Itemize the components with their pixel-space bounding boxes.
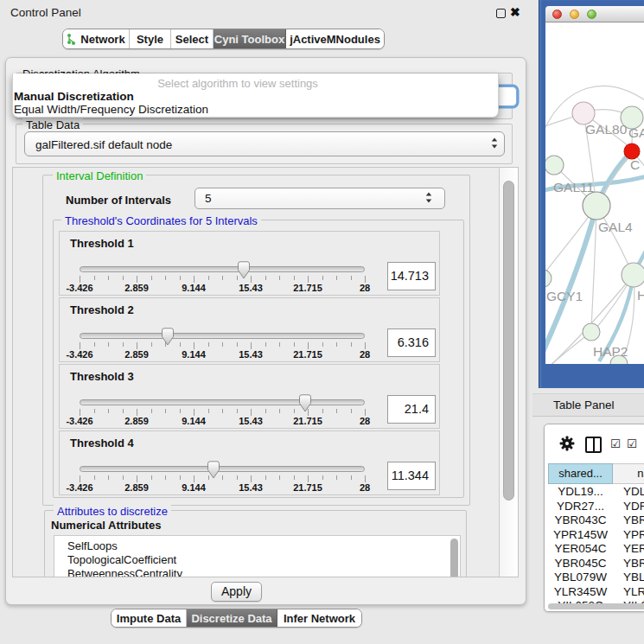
cell-name[interactable]: YDL19... [623, 485, 644, 498]
threshold-label: Threshold 4 [70, 437, 134, 450]
algorithm-option[interactable]: Manual Discretization [14, 90, 134, 103]
slider-tick [194, 475, 194, 482]
cell-name[interactable]: YLR345W [623, 585, 644, 598]
slider-tick [308, 276, 309, 283]
slider-thumb[interactable] [161, 327, 175, 347]
table-data-combobox[interactable]: galFiltered.sif default node [24, 131, 505, 156]
scrollbar-track[interactable] [499, 168, 519, 577]
control-panel-title: Control Panel [10, 6, 81, 19]
threshold-value-field[interactable]: 11.344 [387, 462, 436, 490]
gear-icon[interactable] [559, 436, 575, 451]
slider-tick [336, 342, 337, 347]
tab-style[interactable]: Style [130, 29, 171, 48]
algorithm-option[interactable]: Equal Width/Frequency Discretization [14, 103, 208, 116]
network-node[interactable] [583, 192, 610, 220]
network-node[interactable] [622, 263, 644, 287]
node-label: C [630, 157, 640, 172]
cell-shared-name[interactable]: YDR27... [548, 500, 613, 513]
slider-thumb[interactable] [207, 460, 220, 480]
threshold-slider[interactable] [80, 333, 365, 339]
slider-tick [294, 342, 295, 347]
network-canvas[interactable]: GAL80GACGAL11GAL4GCY1HHAP2 [545, 22, 644, 364]
cell-shared-name[interactable]: YBR043C [548, 513, 613, 526]
threshold-value-field[interactable]: 6.316 [387, 328, 436, 357]
slider-tick [294, 276, 295, 280]
table-row[interactable]: YBL079WYBL079W [548, 571, 644, 585]
network-node[interactable] [545, 270, 552, 287]
node-label: GCY1 [546, 289, 583, 303]
numerical-attributes-list[interactable]: SelfLoopsTopologicalCoefficientBetweenne… [54, 535, 461, 577]
cell-name[interactable]: YBR045C [623, 557, 644, 570]
slider-tick [265, 342, 266, 347]
apply-button[interactable]: Apply [211, 582, 262, 602]
cell-shared-name[interactable]: YBR045C [548, 557, 613, 570]
slider-scale-label: 9.144 [182, 416, 206, 426]
minimize-window-button[interactable] [570, 10, 579, 19]
slider-scale-label: 15.43 [239, 482, 263, 493]
threshold-value-field[interactable]: 21.4 [387, 395, 436, 424]
cell-name[interactable]: YPR145W [623, 528, 644, 541]
tab-select[interactable]: Select [171, 29, 214, 48]
table-row[interactable]: YDR27...YDR27... [548, 500, 644, 514]
slider-scale-label: 9.144 [182, 349, 206, 360]
column-header-shared-name[interactable]: shared... [548, 463, 613, 484]
slider-tick [137, 409, 137, 416]
float-panel-icon[interactable] [496, 9, 506, 18]
slider-tick [151, 475, 152, 480]
scrollbar-thumb[interactable] [503, 181, 514, 501]
cell-name[interactable]: YER054C [623, 542, 644, 555]
tab-label: Cyni Toolbox [214, 33, 284, 46]
cell-name[interactable]: YDR27... [623, 500, 644, 513]
bottom-tab-impute-data[interactable]: Impute Data [112, 609, 187, 627]
zoom-window-button[interactable] [587, 10, 596, 19]
network-window-titlebar[interactable] [545, 6, 644, 22]
thresholds-group-label: Threshold's Coordinates for 5 Intervals [61, 214, 261, 227]
checkbox-icon[interactable]: ☑ [610, 437, 621, 450]
table-row[interactable]: YPR145WYPR145W [548, 528, 644, 543]
column-header-name[interactable]: name [613, 463, 644, 484]
cell-shared-name[interactable]: YER054C [548, 542, 613, 555]
bottom-tab-infer-network[interactable]: Infer Network [277, 609, 361, 627]
table-row[interactable]: YBR043CYBR043C [548, 513, 644, 528]
split-columns-icon[interactable] [585, 437, 602, 453]
cell-name[interactable]: YBL079W [623, 571, 644, 583]
close-window-button[interactable] [552, 10, 562, 19]
horizontal-scrollbar-thumb[interactable] [548, 603, 644, 609]
cell-shared-name[interactable]: YPR145W [548, 528, 613, 541]
network-node[interactable] [583, 323, 600, 341]
cell-shared-name[interactable]: YLR345W [548, 585, 613, 598]
table-row[interactable]: YLR345WYLR345W [548, 585, 644, 600]
list-scrollbar-thumb[interactable] [450, 539, 458, 577]
threshold-slider[interactable] [80, 266, 365, 272]
cell-shared-name[interactable]: YDL19... [548, 485, 613, 498]
node-label: GAL80 [585, 122, 628, 137]
slider-tick [308, 475, 309, 482]
slider-tick [180, 342, 181, 347]
slider-thumb[interactable] [298, 393, 312, 413]
cyni-toolbox-panel: Discretization Algorithm Select algorith… [5, 57, 526, 605]
attribute-list-item[interactable]: BetweennessCentrality [67, 567, 182, 577]
tab-jactivemnodules[interactable]: jActiveMNodules [286, 29, 384, 48]
threshold-block: Threshold 1-3.4262.8599.14415.4321.71528… [59, 231, 440, 296]
cell-shared-name[interactable]: YBL079W [548, 571, 613, 583]
slider-tick [123, 342, 124, 347]
cell-name[interactable]: YBR043C [623, 513, 644, 526]
bottom-tab-discretize-data[interactable]: Discretize Data [187, 609, 277, 627]
checkbox-icon[interactable]: ☑ [627, 437, 637, 450]
threshold-value-field[interactable]: 14.713 [387, 262, 436, 290]
network-node[interactable] [545, 156, 564, 175]
number-of-intervals-spinner[interactable]: 5 [194, 188, 445, 209]
tab-network[interactable]: Network [63, 29, 130, 48]
attribute-list-item[interactable]: SelfLoops [67, 539, 118, 553]
slider-tick [251, 475, 252, 482]
close-panel-icon[interactable]: ✖ [510, 5, 520, 19]
threshold-slider[interactable] [80, 399, 365, 405]
table-row[interactable]: YER054CYER054C [548, 542, 644, 557]
table-row[interactable]: YBR045CYBR045C [548, 557, 644, 571]
table-row[interactable]: YDL19...YDL19... [548, 485, 644, 500]
tab-cyni-toolbox[interactable]: Cyni Toolbox [214, 29, 286, 48]
threshold-slider[interactable] [80, 466, 365, 472]
attribute-list-item[interactable]: TopologicalCoefficient [67, 553, 176, 567]
slider-thumb[interactable] [237, 260, 251, 280]
slider-tick [322, 342, 323, 347]
